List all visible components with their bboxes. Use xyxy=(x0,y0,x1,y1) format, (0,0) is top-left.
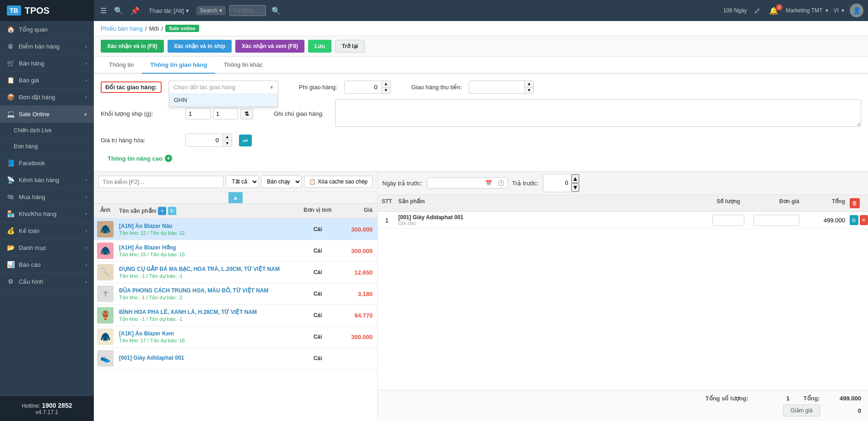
sidebar-item-kho[interactable]: 🏪 Kho/Kho hàng › xyxy=(0,205,94,222)
settings-icon: ⚙ xyxy=(7,278,14,285)
sidebar-item-donhang[interactable]: Đơn hàng xyxy=(0,139,94,155)
shipping-fee-input[interactable]: ▲ ▼ xyxy=(344,81,391,94)
order-item-qty-input[interactable]: 1 xyxy=(712,215,744,226)
spin-up[interactable]: ▲ xyxy=(525,81,533,87)
keyword-input[interactable] xyxy=(229,5,266,16)
order-item-price-input[interactable]: 499.000 xyxy=(754,215,799,226)
spin-up[interactable]: ▲ xyxy=(571,174,579,183)
shipping-partner-dropdown[interactable]: Chọn đối tác giao hàng ▾ GHN xyxy=(168,81,278,94)
tra-truoc-wrapper[interactable]: ▲ ▼ xyxy=(543,174,580,192)
dropdown-header[interactable]: Chọn đối tác giao hàng ▾ xyxy=(169,81,278,93)
confirm-print-ship-button[interactable]: Xác nhận và in ship xyxy=(168,40,232,53)
filter-bestsell-select[interactable]: Bán chạy xyxy=(261,175,302,188)
collapse-button[interactable]: ▲ xyxy=(228,192,243,203)
product-unit: Cái xyxy=(299,226,336,232)
shipping-partner-select[interactable]: Chọn đối tác giao hàng ▾ GHN xyxy=(168,81,278,94)
sidebar-item-banhang[interactable]: 🛒 Bán hàng › xyxy=(0,55,94,72)
filter-all-select[interactable]: Tất cả xyxy=(226,175,259,188)
product-info: DỤNG CỤ GẮP ĐÁ MA BẠC, HOA TRÀ, L.20CM, … xyxy=(117,266,299,279)
spin-up[interactable]: ▲ xyxy=(382,81,391,87)
goods-value-value[interactable] xyxy=(186,135,222,146)
product-thumbnail: 🧥 xyxy=(97,329,114,345)
goods-value-input[interactable]: ▲ ▼ xyxy=(185,134,232,147)
sidebar-item-baocao[interactable]: 📊 Báo cáo › xyxy=(0,256,94,273)
chevron-down-icon: ▾ xyxy=(186,7,189,14)
user-info[interactable]: Marketing TMT ▾ xyxy=(786,7,828,14)
advanced-info[interactable]: Thông tin nâng cao + xyxy=(101,152,861,164)
search-box[interactable]: Search ▾ xyxy=(196,6,226,15)
discount-button[interactable]: Giảm giá xyxy=(783,405,820,416)
confirm-print-button[interactable]: Xác nhận và in (F9) xyxy=(101,40,164,53)
weight-input-1[interactable] xyxy=(185,108,211,119)
quote-icon: 📋 xyxy=(7,76,14,84)
menu-icon[interactable]: ☰ xyxy=(98,5,108,17)
spin-down[interactable]: ▼ xyxy=(223,140,232,146)
product-thumbnail: 👟 xyxy=(97,350,114,367)
swap-button[interactable]: ⇌ xyxy=(239,135,252,146)
spin-down[interactable]: ▼ xyxy=(525,87,533,93)
cod-value[interactable]: 499.000 xyxy=(469,81,524,93)
pin-icon[interactable]: 📌 xyxy=(129,5,141,17)
weight-input-2[interactable] xyxy=(213,108,238,119)
breadcrumb-new: Mới xyxy=(149,25,159,32)
sidebar-item-facebook[interactable]: 📘 Facebook xyxy=(0,155,94,172)
shipping-note-input[interactable] xyxy=(335,99,861,127)
dropdown-list: GHN xyxy=(169,93,278,107)
tab-thongtinkhac[interactable]: Thông tin khác xyxy=(215,57,271,74)
confirm-view-button[interactable]: Xác nhận và xem (F8) xyxy=(235,40,304,53)
sidebar-item-muahang[interactable]: 🛍 Mua hàng › xyxy=(0,189,94,205)
save-button[interactable]: Lưu xyxy=(308,40,331,53)
product-row[interactable]: 🧥 [A1N] Áo Blazer Nâu Tồn kho: 12 / Tồn … xyxy=(94,219,377,240)
clear-cache-button[interactable]: 📋 Xóa cache sao chép xyxy=(304,176,373,188)
refresh-product-btn[interactable]: ↻ xyxy=(168,207,176,215)
spin-down[interactable]: ▼ xyxy=(571,183,579,192)
add-product-btn[interactable]: + xyxy=(158,207,166,215)
avatar[interactable]: 👤 xyxy=(850,4,863,17)
product-row[interactable]: ✝ ĐŨA PHONG CÁCH TRUNG HOA, MÀU ĐỎ, TỪ V… xyxy=(94,283,377,305)
cod-input[interactable]: 499.000 ▲ ▼ xyxy=(469,81,534,94)
search-icon[interactable]: 🔍 xyxy=(112,5,125,17)
delete-all-button[interactable]: 🗑 xyxy=(850,198,860,208)
sidebar-item-dondathang[interactable]: 📦 Đơn đặt hàng › xyxy=(0,89,94,106)
sidebar-item-saleonline[interactable]: 💻 Sale Online ∨ xyxy=(0,106,94,123)
sidebar-item-ketoan[interactable]: 💰 Kế toán › xyxy=(0,222,94,239)
product-row[interactable]: 🧥 [A1K] Áo Blazer Kem Tồn kho: 17 / Tồn … xyxy=(94,326,377,348)
search-submit-icon[interactable]: 🔍 xyxy=(270,5,282,17)
sidebar-item-diembanhang[interactable]: 🖥 Điểm bán hàng › xyxy=(0,38,94,55)
product-search-input[interactable] xyxy=(98,176,223,188)
sidebar-item-tongquan[interactable]: 🏠 Tổng quan xyxy=(0,21,94,38)
sidebar-item-baogia[interactable]: 📋 Báo giá › xyxy=(0,72,94,89)
sidebar-item-label: Cấu hình xyxy=(19,278,43,285)
tab-thongtingiaohang[interactable]: Thông tin giao hàng xyxy=(142,57,215,74)
spin-down[interactable]: ▼ xyxy=(382,87,391,93)
spin-up[interactable]: ▲ xyxy=(223,134,232,140)
sidebar-item-chiendich[interactable]: Chiến dịch Live xyxy=(0,123,94,139)
product-img: ✝ xyxy=(94,286,117,302)
product-row[interactable]: 🥄 DỤNG CỤ GẮP ĐÁ MA BẠC, HOA TRÀ, L.20CM… xyxy=(94,262,377,283)
order-icon: 📦 xyxy=(7,93,14,101)
notification-bell[interactable]: 🔔 0 xyxy=(767,6,780,15)
sidebar-item-kenhbanhang[interactable]: 📡 Kênh bán hàng › xyxy=(0,172,94,189)
dropdown-item-ghn[interactable]: GHN xyxy=(169,93,277,107)
product-row[interactable]: 🧥 [A1H] Áo Blazer Hồng Tồn kho: 15 / Tồn… xyxy=(94,240,377,262)
tra-truoc-input[interactable] xyxy=(543,178,571,188)
weight-toggle-btn[interactable]: ⇅ xyxy=(240,108,253,119)
back-button[interactable]: Trở lại xyxy=(335,40,365,53)
clock-icon-btn[interactable]: 🕐 xyxy=(495,178,507,188)
lang-info[interactable]: VI ▾ xyxy=(834,7,844,14)
shipping-fee-value[interactable] xyxy=(345,81,381,93)
date-input[interactable] xyxy=(428,178,483,188)
copy-row-button[interactable]: ⧉ xyxy=(850,215,858,225)
breadcrumb-root[interactable]: Phiếu bán hàng xyxy=(101,25,143,32)
product-row[interactable]: 🏺 BÌNH HOA PHA LÊ, XANH LÁ, H.28CM, TỪ V… xyxy=(94,305,377,326)
action-menu-button[interactable]: Thao tác [Alt] ▾ xyxy=(145,5,193,16)
sidebar-item-cauhinh[interactable]: ⚙ Cấu hình › xyxy=(0,273,94,290)
calendar-icon-btn[interactable]: 📅 xyxy=(483,178,495,188)
expand-icon[interactable]: ⤢ xyxy=(752,5,762,17)
tab-thongtin[interactable]: Thông tin xyxy=(101,57,142,74)
product-img: 👟 xyxy=(94,350,117,367)
product-row[interactable]: 👟 [001] Giày Adidaphat 001 Cái xyxy=(94,348,377,369)
delete-row-button[interactable]: ✕ xyxy=(860,215,868,225)
sidebar-item-danhmuc[interactable]: 📂 Danh mục › xyxy=(0,239,94,256)
date-input-wrapper[interactable]: 📅 🕐 xyxy=(427,178,508,189)
